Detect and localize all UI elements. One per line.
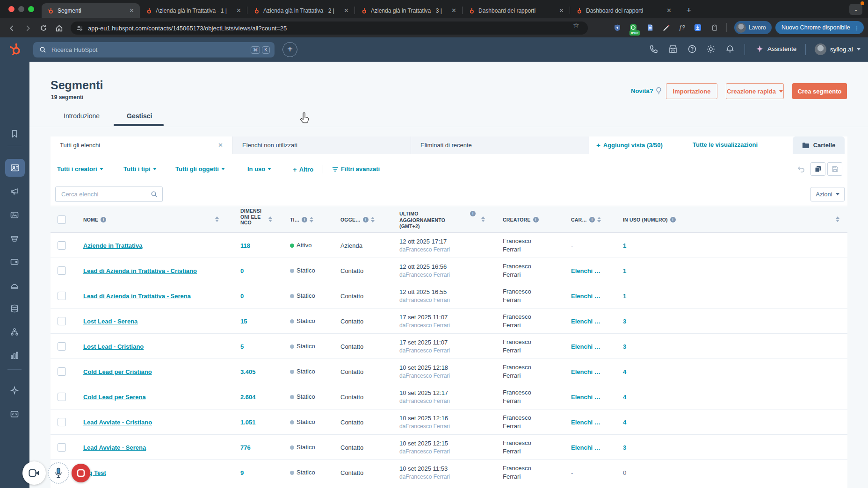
- folder-link[interactable]: Elenchi …: [571, 334, 614, 359]
- list-name-link[interactable]: Lead di Azienda in Trattativa - Cristian…: [83, 258, 238, 283]
- browser-tab[interactable]: Azienda già in Trattativa - 2 | ✕: [247, 3, 354, 18]
- info-icon[interactable]: i: [470, 211, 476, 216]
- tab-introduzione[interactable]: Introduzione: [64, 112, 100, 120]
- actions-button[interactable]: Azioni: [810, 187, 845, 201]
- minimize-window-button[interactable]: [18, 6, 24, 12]
- list-name-link[interactable]: log Test: [83, 460, 238, 485]
- sidebar-item-content[interactable]: [8, 208, 21, 222]
- list-name-link[interactable]: Lead di Azienda in Trattativa - Serena: [83, 283, 238, 309]
- notifications-bell-icon[interactable]: [725, 44, 736, 55]
- info-icon[interactable]: i: [101, 217, 106, 222]
- browser-tab[interactable]: Azienda già in Trattativa - 3 | ✕: [355, 3, 462, 18]
- password-shield-icon[interactable]: [613, 23, 622, 32]
- sidebar-item-developer[interactable]: [8, 408, 21, 421]
- browser-tab-active[interactable]: Segmenti ✕: [42, 3, 140, 18]
- list-size-link[interactable]: 776: [240, 435, 268, 460]
- sort-icon[interactable]: [268, 216, 272, 222]
- folders-button[interactable]: Cartelle: [793, 136, 845, 154]
- browser-profile-chip[interactable]: Lavoro: [734, 21, 772, 34]
- sort-icon[interactable]: [481, 216, 485, 222]
- home-button[interactable]: [53, 22, 65, 34]
- row-checkbox[interactable]: [58, 367, 66, 376]
- in-use-count-link[interactable]: 3: [623, 435, 651, 460]
- view-tab-unused-lists[interactable]: Elenchi non utilizzati: [232, 136, 411, 154]
- advanced-filters-link[interactable]: Filtri avanzati: [332, 165, 380, 172]
- undo-button[interactable]: [794, 162, 809, 176]
- download-extension-icon[interactable]: [693, 23, 702, 32]
- global-search[interactable]: ⌘ K: [33, 42, 275, 57]
- browser-tab[interactable]: Dashboard dei rapporti ✕: [570, 3, 677, 18]
- column-header-creator[interactable]: CREATORE i: [503, 217, 539, 222]
- sidebar-item-data[interactable]: [8, 302, 21, 315]
- list-name-link[interactable]: Lost Lead - Serena: [83, 309, 238, 334]
- folder-link[interactable]: -: [571, 233, 614, 258]
- row-checkbox[interactable]: [58, 342, 66, 351]
- column-header-updated[interactable]: ULTIMO AGGIORNAMENTO (GMT+2): [399, 211, 465, 230]
- close-tab-icon[interactable]: ✕: [128, 7, 135, 14]
- column-header-folder[interactable]: CAR… i: [571, 217, 601, 222]
- folder-link[interactable]: Elenchi …: [571, 309, 614, 334]
- sidebar-item-commerce[interactable]: [8, 255, 21, 268]
- browser-menu-icon[interactable]: ⋮: [854, 24, 860, 31]
- column-header-type[interactable]: TI… i: [290, 217, 313, 222]
- in-use-count-link[interactable]: 4: [623, 384, 651, 409]
- close-window-button[interactable]: [8, 6, 14, 12]
- close-tab-icon[interactable]: ✕: [235, 7, 242, 14]
- sidebar-item-marketing[interactable]: [8, 185, 21, 198]
- hubspot-logo[interactable]: [8, 43, 22, 57]
- info-icon[interactable]: i: [589, 217, 595, 222]
- info-icon[interactable]: i: [670, 217, 676, 222]
- zoom-window-button[interactable]: [28, 6, 34, 12]
- tab-search-chevron-icon[interactable]: ⌄: [849, 4, 862, 15]
- copy-view-button[interactable]: [810, 162, 825, 176]
- close-tab-icon[interactable]: ✕: [343, 7, 350, 14]
- close-view-icon[interactable]: ✕: [218, 142, 223, 149]
- column-header-in-use[interactable]: IN USO (NUMERO) i: [623, 217, 676, 222]
- browser-tab[interactable]: Dashboard dei rapporti ✕: [463, 3, 570, 18]
- view-tab-recently-deleted[interactable]: Eliminati di recente: [411, 136, 589, 154]
- sort-icon[interactable]: [310, 217, 313, 222]
- filter-creators[interactable]: Tutti i creatori: [57, 165, 103, 172]
- assistant-button[interactable]: Assistente: [756, 45, 796, 53]
- pen-extension-icon[interactable]: [661, 23, 671, 32]
- list-name-link[interactable]: Lead Avviate - Serena: [83, 435, 238, 460]
- folder-link[interactable]: Elenchi …: [571, 359, 614, 384]
- list-search[interactable]: [55, 187, 163, 202]
- list-size-link[interactable]: 15: [240, 309, 268, 334]
- row-checkbox[interactable]: [58, 393, 66, 401]
- sidebar-item-crm-contacts[interactable]: [5, 159, 25, 177]
- sort-icon[interactable]: [215, 216, 219, 222]
- bookmark-star-icon[interactable]: ☆: [573, 21, 579, 29]
- filter-objects[interactable]: Tutti gli oggetti: [175, 165, 225, 172]
- sidebar-item-sales[interactable]: [8, 232, 21, 245]
- view-tab-all-lists[interactable]: Tutti gli elenchi ✕: [51, 136, 232, 154]
- sort-icon[interactable]: [597, 217, 601, 222]
- save-view-button[interactable]: [827, 162, 842, 176]
- stop-recording-button[interactable]: [72, 464, 90, 482]
- list-name-link[interactable]: Cold Lead per Cristiano: [83, 359, 238, 384]
- list-search-input[interactable]: [60, 190, 151, 198]
- folder-link[interactable]: Elenchi …: [571, 435, 614, 460]
- info-icon[interactable]: i: [363, 217, 369, 222]
- list-size-link[interactable]: 9: [240, 460, 268, 485]
- tab-gestisci[interactable]: Gestisci: [127, 112, 152, 120]
- quick-create-button[interactable]: Creazione rapida: [726, 83, 784, 99]
- row-checkbox[interactable]: [58, 443, 66, 452]
- info-icon[interactable]: i: [302, 217, 307, 222]
- list-name-link[interactable]: Aziende in Trattativa: [83, 233, 238, 258]
- folder-link[interactable]: Elenchi …: [571, 384, 614, 409]
- math-extension-icon[interactable]: ƒ?: [677, 23, 687, 32]
- column-header-object[interactable]: OGGE… i: [340, 217, 375, 222]
- quick-add-button[interactable]: +: [282, 42, 297, 57]
- in-use-count-link[interactable]: 4: [623, 359, 651, 384]
- sidebar-item-reporting[interactable]: [8, 349, 21, 362]
- back-button[interactable]: [6, 22, 18, 34]
- row-checkbox[interactable]: [58, 317, 66, 325]
- create-segment-button[interactable]: Crea segmento: [792, 83, 847, 99]
- all-views-link[interactable]: Tutte le visualizzazioni: [693, 141, 758, 148]
- calls-icon[interactable]: [649, 44, 659, 55]
- settings-gear-icon[interactable]: [706, 44, 716, 55]
- help-icon[interactable]: [687, 44, 698, 55]
- sidebar-item-bookmarks[interactable]: [8, 127, 21, 140]
- in-use-count-link[interactable]: 4: [623, 409, 651, 435]
